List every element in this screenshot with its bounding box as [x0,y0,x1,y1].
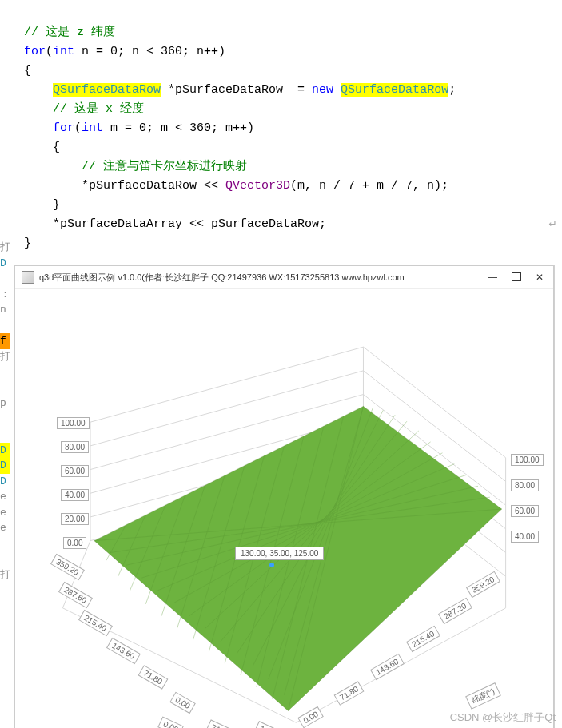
y-tick-right: 60.00 [511,505,539,517]
for-params: m = 0; m < 360; m++) [103,121,254,135]
app-window: q3d平面曲线图示例 v1.0.0(作者:长沙红胖子 QQ:21497936 W… [14,265,554,728]
keyword-for: for [24,45,46,58]
data-tooltip: 130.00, 35.00, 125.00 [235,547,324,560]
window-title: q3d平面曲线图示例 v1.0.0(作者:长沙红胖子 QQ:21497936 W… [39,272,488,284]
ptr-decl: *pSurfaceDataRow = [161,83,312,97]
class-qvector3d: QVector3D [225,179,290,193]
class-qsurfacedatarow: QSurfaceDataRow [53,83,161,97]
keyword-for: for [53,121,74,135]
y-tick-right: 100.00 [511,454,544,466]
comment-line: // 这是 x 经度 [53,102,144,116]
y-tick-right: 40.00 [511,531,539,543]
type-int: int [53,45,74,58]
y-tick-right: 80.00 [511,479,539,491]
vector-args: (m, n / 7 + m / 7, n); [290,179,448,193]
y-tick: 60.00 [61,465,89,477]
chart-svg [15,289,553,728]
comment-line: // 这是 z 纬度 [24,26,115,39]
y-tick: 20.00 [61,513,89,525]
for-params: n = 0; n < 360; n++) [74,45,225,58]
close-button[interactable]: ✕ [536,272,544,283]
titlebar[interactable]: q3d平面曲线图示例 v1.0.0(作者:长沙红胖子 QQ:21497936 W… [15,266,553,289]
y-tick: 100.00 [57,417,90,429]
comment-line: // 注意与笛卡尔坐标进行映射 [82,160,247,173]
tooltip-marker [269,563,274,567]
row-push: *pSurfaceDataRow << [82,179,225,193]
line-break-marker: ↵ [549,216,556,229]
code-block: // 这是 z 纬度 for(int n = 0; n < 360; n++) … [0,0,562,257]
gutter-strip: 打D ：n f打 p DDD eee 打 [0,240,10,583]
3d-chart[interactable]: 100.00 80.00 60.00 40.00 20.00 0.00 100.… [15,289,553,728]
y-tick: 40.00 [61,489,89,501]
minimize-button[interactable]: — [488,272,497,283]
keyword-new: new [312,83,333,97]
class-qsurfacedatarow: QSurfaceDataRow [341,83,448,97]
array-push: *pSurfaceDataArray << pSurfaceDataRow; [53,217,326,231]
semicolon: ; [448,83,456,97]
maximize-button[interactable] [512,272,521,281]
y-tick: 80.00 [61,441,89,453]
window-controls: — ✕ [488,272,544,283]
type-int: int [82,121,103,135]
y-tick: 0.00 [63,537,86,549]
app-icon [22,271,34,284]
